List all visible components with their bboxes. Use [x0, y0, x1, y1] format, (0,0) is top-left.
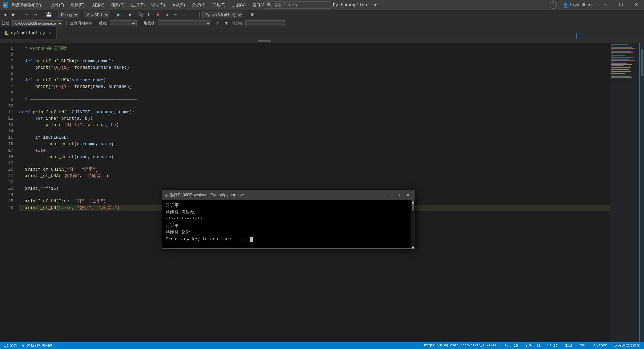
minimap-line — [611, 59, 629, 60]
v-scrollbar[interactable] — [640, 43, 644, 342]
live-share-button[interactable]: 👤 Live Share — [558, 0, 598, 10]
git-branch[interactable]: ⎇ 发烧 — [3, 343, 18, 348]
filter-button[interactable]: ▼ — [223, 20, 230, 27]
help-button[interactable]: ? — [550, 1, 557, 9]
ln-18: 18 — [0, 154, 13, 160]
frame-input[interactable] — [245, 20, 285, 26]
save-button[interactable]: 💾 — [45, 11, 52, 18]
url-label: https://blog.csdn.net/weixin_43949145 — [424, 344, 498, 347]
step-into[interactable]: ↓ — [180, 11, 188, 18]
tab-myfunction1[interactable]: 🐍 myfunction1.py × — [0, 27, 57, 39]
step-over[interactable]: ↷ — [172, 11, 179, 18]
python-file-icon: 🐍 — [4, 31, 9, 36]
status-col[interactable]: 字符: 23 — [523, 343, 542, 348]
minimap[interactable] — [610, 43, 640, 342]
stop-button[interactable]: ■ — [154, 11, 162, 18]
status-url[interactable]: https://blog.csdn.net/weixin_43949145 — [423, 344, 500, 347]
ln-9: 9 — [0, 96, 13, 103]
menu-edit[interactable]: 编辑(E) — [67, 0, 88, 10]
code-line-21: printf_of_USA ( "唐纳德" , "特朗普." ) — [19, 173, 610, 179]
thread-select[interactable] — [110, 20, 137, 26]
collapse-icon[interactable]: ⊟ — [19, 109, 21, 115]
cpu-target-select[interactable]: Any CPU — [84, 11, 109, 18]
maximize-button[interactable]: □ — [613, 0, 629, 10]
search-box[interactable]: 🔍 搜索 (Ctrl+Q) — [264, 1, 331, 9]
undo-button[interactable]: ↩ — [23, 11, 31, 18]
search-icon: 🔍 — [267, 3, 272, 8]
ln-12: 12 — [0, 115, 13, 122]
v-scrollbar-thumb[interactable] — [641, 49, 643, 76]
menu-build[interactable]: 生成(B) — [128, 0, 148, 10]
terminal-maximize[interactable]: □ — [394, 192, 403, 198]
redo-button[interactable]: ↪ — [32, 11, 39, 18]
minimize-button[interactable]: ─ — [598, 0, 613, 10]
close-button[interactable]: × — [629, 0, 644, 10]
terminal-line-1: 习近平 — [166, 202, 408, 209]
menu-file[interactable]: 文件(F) — [48, 0, 67, 10]
status-language[interactable]: Python — [593, 343, 609, 347]
status-spaces[interactable]: 字 25 — [546, 343, 559, 348]
menu-project[interactable]: 项目(P) — [108, 0, 128, 10]
h-scrollbar-thumb[interactable] — [258, 40, 271, 42]
status-eol[interactable]: CRLF — [577, 343, 589, 347]
terminal-minimize[interactable]: ─ — [385, 192, 393, 198]
separator-6 — [199, 12, 200, 17]
comment-1: # Python的内部函数 — [19, 45, 67, 52]
terminal-scroll-down[interactable]: ▼ — [412, 246, 414, 248]
terminal-scroll-up[interactable]: ▲ — [412, 200, 414, 202]
start-with-profile[interactable]: ▶| — [128, 11, 136, 18]
h-scrollbar[interactable] — [0, 39, 644, 43]
issues-label: ⊙ 未找到相关问题 — [22, 343, 53, 348]
back-button[interactable]: ◀ — [1, 11, 9, 18]
forward-button[interactable]: ▶ — [10, 11, 17, 18]
title-bar-right: ? 👤 Live Share ─ □ × — [548, 0, 644, 10]
step-out[interactable]: ↑ — [189, 11, 197, 18]
terminal-scrollbar[interactable]: ▲ ▼ — [411, 200, 415, 248]
terminal-win-controls: ─ □ × — [385, 192, 412, 198]
menu-debug[interactable]: 调试(D) — [148, 0, 168, 10]
menu-view[interactable]: 视图(V) — [88, 0, 108, 10]
menu-extensions[interactable]: 扩展(X) — [229, 0, 249, 10]
attach-button[interactable]: 📎 — [137, 11, 144, 18]
process-bar: 进程: 0x000029d0] python.exe 生命周期事件 线程: 堆栈… — [0, 19, 644, 27]
ln-6: 6 — [0, 77, 13, 83]
minimap-scrollbar[interactable] — [639, 43, 640, 342]
menu-test[interactable]: 测试(S) — [168, 0, 189, 10]
minimap-line — [611, 56, 614, 57]
minimap-line — [611, 52, 633, 53]
minimap-line — [611, 75, 614, 76]
thread-label: 线程: — [99, 21, 108, 26]
status-remote[interactable]: 远程调试传输器 — [613, 343, 641, 348]
ln-15: 15 — [0, 134, 13, 141]
terminal-scrollbar-thumb[interactable] — [412, 204, 414, 211]
process-select[interactable]: 0x000029d0] python.exe — [12, 20, 63, 26]
code-line-6: def printf_of_USA ( surname , name ): — [19, 77, 610, 83]
title-bar: VS 高级保存选项(V)... 文件(F) 编辑(E) 视图(V) 项目(P) … — [0, 0, 644, 10]
continue-button[interactable]: ▶ — [115, 11, 122, 18]
pause-button[interactable]: ⏸ — [146, 11, 153, 18]
status-line[interactable]: 行: 26 — [504, 343, 519, 348]
menu-advanced[interactable]: 高级保存选项(V)... — [8, 0, 48, 10]
stackframes-select[interactable] — [158, 20, 211, 26]
git-icon: ⎇ — [4, 343, 8, 348]
status-encoding[interactable]: 永编 — [563, 343, 573, 348]
ln-17: 17 — [0, 147, 13, 154]
settings-button[interactable]: ⚙ — [249, 11, 256, 18]
lifecycle-label: 生命周期事件 — [70, 21, 92, 26]
ln-10: 10 — [0, 103, 13, 109]
python-version-select[interactable]: Python 3.8 (64-bit) — [202, 11, 243, 18]
restart-button[interactable]: ↺ — [163, 11, 170, 18]
jump-button[interactable]: ↗ — [213, 20, 221, 27]
tab-bar: 🐍 myfunction1.py × — [0, 27, 644, 39]
debug-mode-select[interactable]: Debug — [58, 11, 79, 18]
separator-3 — [55, 12, 55, 17]
menu-analyze[interactable]: 分析(N) — [189, 0, 209, 10]
no-issues[interactable]: ⊙ 未找到相关问题 — [21, 343, 54, 348]
menu-tools[interactable]: 工具(T) — [209, 0, 229, 10]
terminal-close[interactable]: × — [404, 192, 412, 198]
terminal-line-3: ************** — [166, 216, 408, 223]
ln-16: 16 — [0, 141, 13, 147]
tab-close-button[interactable]: × — [47, 31, 52, 36]
terminal-cursor — [250, 237, 253, 242]
code-line-15: if isCHINESE : — [19, 134, 610, 141]
